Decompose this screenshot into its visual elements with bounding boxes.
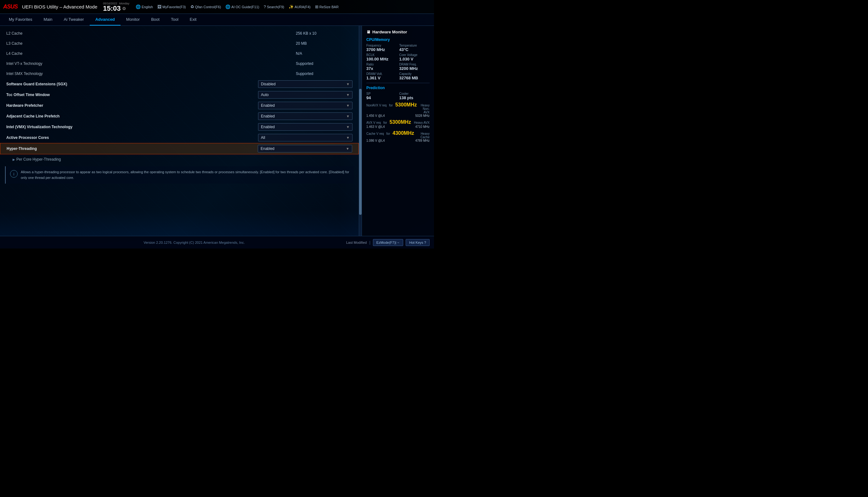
settings-gear-icon[interactable]: ⚙ [122,6,126,11]
info-text: Allows a hyper-threading processor to ap… [21,169,349,181]
tab-favorites[interactable]: My Favorites [3,14,38,26]
myfavorite-icon: 🖼 [157,4,161,9]
prefetch-dropdown-arrow: ▼ [346,104,350,108]
smx-label: Intel SMX Technology [6,71,296,76]
info-icon: i [10,170,18,178]
pred-sp-cell: SP 94 [366,92,397,100]
cache-heavy-value: 4789 MHz [415,139,430,142]
vmx-dropdown[interactable]: Enabled ▼ [258,123,353,131]
setting-l2cache: L2 Cache 256 KB x 10 [0,28,359,39]
l2cache-label: L2 Cache [6,31,296,36]
vmx-dropdown-arrow: ▼ [346,125,350,129]
tab-advanced[interactable]: Advanced [90,14,120,26]
scrollbar-thumb[interactable] [359,89,362,215]
hw-monitor-title: 🖥 Hardware Monitor [366,30,430,34]
hot-keys-button[interactable]: Hot Keys ? [406,239,430,246]
pred-cooler-value: 138 pts [399,96,430,100]
sub-arrow-icon: ▶ [13,158,15,161]
aura-icon: ✨ [289,4,294,9]
avx-v: 1.463 V @L4 [366,125,385,128]
hw-dramfreq-value: 3200 MHz [399,66,430,71]
divider-line: | [369,240,370,245]
resizebar-icon: ⊞ [315,4,319,9]
hyperthreading-dropdown-arrow: ▼ [346,147,349,151]
setting-prefetch: Hardware Prefetcher Enabled ▼ [0,100,359,111]
tcc-label: Tcc Offset Time Window [6,93,258,97]
settings-panel: L2 Cache 256 KB x 10 L3 Cache 20 MB L4 C… [0,26,359,236]
hw-bclk-value: 100.00 MHz [366,57,397,61]
hyperthreading-dropdown[interactable]: Enabled ▼ [258,145,352,153]
last-modified-label: Last Modified [346,241,367,244]
bottom-buttons: Last Modified | EzMode(F7)|→ Hot Keys ? [346,239,430,246]
setting-per-core-ht[interactable]: ▶ Per Core Hyper-Threading [0,154,359,165]
cores-dropdown[interactable]: All ▼ [258,134,353,141]
main-layout: L2 Cache 256 KB x 10 L3 Cache 20 MB L4 C… [0,26,434,236]
cache-v: 1.086 V @L4 [366,139,385,142]
ez-mode-button[interactable]: EzMode(F7)|→ [373,239,403,246]
asus-logo: ASUS [3,3,18,10]
top-bar: ASUS UEFI BIOS Utility – Advanced Mode 0… [0,0,434,14]
sgx-dropdown[interactable]: Disabled ▼ [258,80,353,88]
setting-vmx: Intel (VMX) Virtualization Technology En… [0,122,359,132]
info-box: i Allows a hyper-threading processor to … [5,166,354,184]
setting-sgx: Software Guard Extensions (SGX) Disabled… [0,79,359,89]
adjacent-dropdown[interactable]: Enabled ▼ [258,112,353,120]
app-title: UEFI BIOS Utility – Advanced Mode [22,4,97,10]
topbar-myfavorite[interactable]: 🖼 MyFavorite(F3) [156,4,187,10]
hw-corevoltage-cell: Core Voltage 1.030 V [399,53,430,61]
hw-corevoltage-value: 1.030 V [399,57,430,61]
adjacent-label: Adjacent Cache Line Prefetch [6,114,258,118]
qfan-icon: ♻ [190,4,194,9]
topbar-aura[interactable]: ✨ AURA(F4) [287,4,312,10]
tab-tool[interactable]: Tool [165,14,184,26]
cores-dropdown-arrow: ▼ [346,136,350,140]
setting-adjacent: Adjacent Cache Line Prefetch Enabled ▼ [0,111,359,122]
nonavx-freq: 5300MHz [395,102,417,108]
l3cache-value: 20 MB [296,41,353,46]
tab-boot[interactable]: Boot [145,14,165,26]
tcc-dropdown[interactable]: Auto ▼ [258,91,353,99]
smx-value: Supported [296,71,353,76]
pred-cooler-cell: Cooler 138 pts [399,92,430,100]
tab-exit[interactable]: Exit [184,14,202,26]
topbar-search[interactable]: ? Search(F9) [263,4,285,10]
scrollbar-track[interactable] [359,26,362,236]
nonavx-heavy-value: 5028 MHz [415,114,430,117]
sgx-dropdown-arrow: ▼ [346,82,350,86]
topbar-items: 🌐 English 🖼 MyFavorite(F3) ♻ Qfan Contro… [134,4,340,10]
hw-dramvolt-cell: DRAM Volt. 1.361 V [366,72,397,80]
time-display: 15:03 [103,5,120,12]
cpu-memory-grid: Frequency 3700 MHz Temperature 43°C BCLK… [366,44,430,80]
hardware-monitor-panel: 🖥 Hardware Monitor CPU/Memory Frequency … [362,26,434,236]
l2cache-value: 256 KB x 10 [296,31,353,36]
tab-aitweaker[interactable]: Ai Tweaker [58,14,90,26]
avx-freq: 5300MHz [389,119,411,125]
topbar-qfan[interactable]: ♻ Qfan Control(F6) [189,4,222,10]
topbar-language[interactable]: 🌐 English [134,4,154,10]
cores-label: Active Processor Cores [6,136,258,140]
vtx-label: Intel VT-x Technology [6,61,296,66]
l4cache-label: L4 Cache [6,51,296,56]
topbar-resizebar[interactable]: ⊞ ReSize BAR [314,4,340,10]
cpu-memory-section-title: CPU/Memory [366,38,430,42]
pred-nonavx-block: NonAVX V req for 5300MHz Heavy Non-AVX 1… [366,102,430,117]
hw-frequency-value: 3700 MHz [366,47,397,52]
prefetch-label: Hardware Prefetcher [6,103,258,108]
version-text: Version 2.20.1276. Copyright (C) 2021 Am… [42,241,346,244]
datetime-area: 05/16/2022 Monday 15:03 ⚙ [103,2,129,12]
tab-monitor[interactable]: Monitor [120,14,145,26]
hw-capacity-value: 32768 MB [399,75,430,80]
topbar-aioc[interactable]: 🌐 AI OC Guide(F11) [224,4,261,10]
hw-capacity-cell: Capacity 32768 MB [399,72,430,80]
prefetch-dropdown[interactable]: Enabled ▼ [258,102,353,109]
hyperthreading-label: Hyper-Threading [6,146,258,151]
vtx-value: Supported [296,61,353,66]
prediction-section-title: Prediction [366,86,430,90]
hw-frequency-cell: Frequency 3700 MHz [366,44,397,52]
hw-monitor-icon: 🖥 [366,30,370,34]
tab-main[interactable]: Main [38,14,58,26]
setting-l4cache: L4 Cache N/A [0,48,359,59]
sgx-label: Software Guard Extensions (SGX) [6,82,258,86]
hw-dramfreq-cell: DRAM Freq. 3200 MHz [399,63,430,71]
cache-freq: 4300MHz [393,130,414,136]
